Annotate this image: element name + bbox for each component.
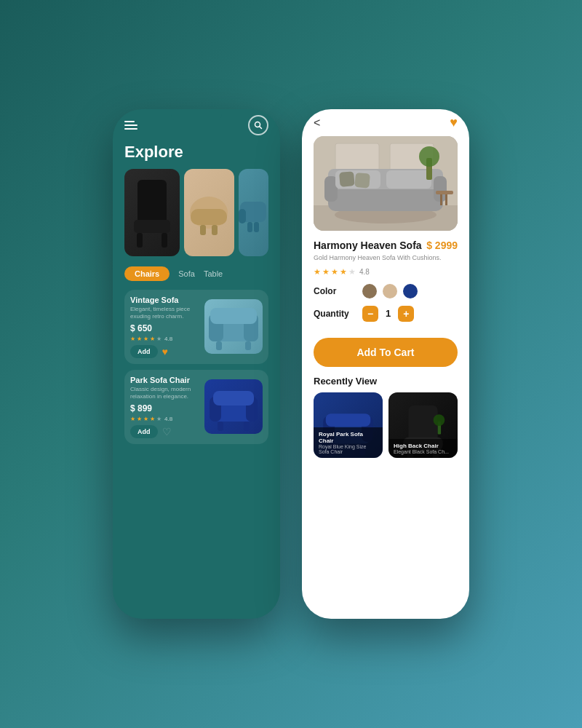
svg-point-55 — [434, 414, 445, 426]
product-item-park-sofa[interactable]: Park Sofa Chair Classic design, modern r… — [124, 370, 268, 444]
star-r3: ★ — [331, 267, 338, 277]
notch-bar-left — [113, 109, 280, 124]
product-title-row: Harmony Heaven Sofa $ 2999 — [314, 240, 458, 251]
phones-container: Explore — [113, 109, 469, 619]
svg-rect-11 — [239, 209, 246, 223]
color-brown[interactable] — [362, 284, 377, 298]
category-tabs: Chairs Sofa Table — [124, 266, 268, 281]
tab-sofa[interactable]: Sofa — [178, 269, 195, 278]
high-back-chair-name: High Back Chair — [394, 443, 453, 449]
svg-rect-43 — [445, 194, 447, 205]
tab-table[interactable]: Table — [204, 269, 223, 278]
product-info-park-sofa: Park Sofa Chair Classic design, modern r… — [130, 376, 199, 438]
svg-rect-37 — [339, 171, 355, 187]
product-hero-image — [314, 136, 458, 231]
color-beige[interactable] — [383, 284, 397, 298]
hero-image-blue-partial — [239, 169, 268, 256]
hero-image-dark-chair — [124, 169, 180, 256]
product-name-right: Harmony Heaven Sofa — [314, 240, 422, 251]
royal-chair-name: Royal Park Sofa Chair — [319, 431, 378, 444]
notch-left — [171, 109, 222, 122]
svg-rect-36 — [386, 170, 431, 189]
quantity-label: Quantity — [314, 309, 354, 319]
stars-park-sofa: ★ ★ ★ ★ ★ 4.8 — [130, 416, 199, 422]
svg-rect-3 — [134, 220, 170, 233]
sofa-room-image — [314, 136, 458, 231]
recently-view-row: Royal Park Sofa Chair Royal Blue King Si… — [314, 392, 458, 458]
left-phone: Explore — [113, 109, 280, 619]
dark-chair-shape — [124, 169, 180, 256]
explore-title: Explore — [124, 143, 268, 162]
quantity-minus-button[interactable]: − — [362, 306, 378, 322]
star-r2: ★ — [322, 267, 330, 277]
product-name-vintage-sofa: Vintage Sofa — [130, 296, 199, 304]
product-img-park-sofa — [204, 379, 263, 434]
add-to-cart-button[interactable]: Add To Cart — [314, 338, 458, 367]
star-p5-empty: ★ — [156, 416, 162, 422]
svg-rect-19 — [245, 341, 251, 350]
tab-chairs[interactable]: Chairs — [124, 266, 170, 281]
royal-chair-label: Royal Park Sofa Chair Royal Blue King Si… — [314, 427, 383, 458]
color-options — [362, 284, 418, 298]
blue-partial-shape — [239, 169, 268, 256]
star-r5-empty: ★ — [348, 267, 356, 277]
star-r4: ★ — [340, 267, 347, 277]
svg-rect-18 — [216, 341, 222, 350]
product-name-park-sofa: Park Sofa Chair — [130, 376, 199, 384]
rating-vintage-sofa: 4.8 — [164, 336, 172, 342]
hero-image-beige-chair — [184, 169, 234, 256]
right-phone-content: < ♥ — [302, 109, 469, 604]
color-option-row: Color — [314, 284, 458, 298]
product-description-right: Gold Harmony Heaven Sofa With Cushions. — [314, 253, 458, 263]
hero-images — [124, 169, 268, 256]
svg-rect-13 — [254, 222, 259, 232]
left-phone-content: Explore — [113, 109, 280, 604]
star-r1: ★ — [314, 267, 321, 277]
svg-rect-7 — [191, 209, 227, 225]
svg-rect-24 — [218, 422, 223, 431]
high-back-chair-label: High Back Chair Elegant Black Sofa Ch... — [388, 439, 458, 458]
color-navy[interactable] — [403, 284, 418, 298]
beige-chair-shape — [184, 169, 234, 256]
svg-rect-9 — [212, 225, 218, 235]
svg-rect-17 — [210, 308, 257, 324]
quantity-option-row: Quantity − 1 + — [314, 306, 458, 322]
product-desc-vintage-sofa: Elegant, timeless piece exuding retro ch… — [130, 306, 199, 321]
star-1: ★ — [130, 336, 135, 342]
star-p3: ★ — [143, 416, 148, 422]
heart-button-park-sofa[interactable]: ♡ — [162, 426, 172, 438]
svg-rect-12 — [247, 222, 252, 232]
svg-rect-4 — [137, 233, 143, 248]
notch-right — [360, 109, 411, 122]
svg-point-40 — [419, 146, 439, 167]
quantity-controls: − 1 + — [362, 306, 414, 322]
rating-park-sofa: 4.8 — [164, 416, 172, 422]
product-info-vintage-sofa: Vintage Sofa Elegant, timeless piece exu… — [130, 296, 199, 358]
svg-rect-42 — [440, 194, 442, 205]
star-4: ★ — [150, 336, 155, 342]
product-item-vintage-sofa[interactable]: Vintage Sofa Elegant, timeless piece exu… — [124, 290, 268, 364]
high-back-chair-sub: Elegant Black Sofa Ch... — [394, 449, 453, 454]
royal-chair-sub: Royal Blue King Size Sofa Chair — [319, 444, 378, 454]
recently-view-title: Recently View — [314, 376, 458, 387]
svg-rect-47 — [326, 414, 370, 427]
product-price-vintage-sofa: $ 650 — [130, 323, 199, 333]
stars-right: ★ ★ ★ ★ ★ 4.8 — [314, 267, 458, 277]
recent-item-royal-chair[interactable]: Royal Park Sofa Chair Royal Blue King Si… — [314, 392, 383, 458]
star-p2: ★ — [137, 416, 142, 422]
product-price-park-sofa: $ 899 — [130, 403, 199, 414]
add-button-vintage-sofa[interactable]: Add — [130, 345, 158, 358]
add-button-park-sofa[interactable]: Add — [130, 425, 158, 438]
recent-item-high-back-chair[interactable]: High Back Chair Elegant Black Sofa Ch... — [388, 392, 458, 458]
svg-rect-8 — [200, 225, 206, 235]
product-price-right: $ 2999 — [426, 240, 458, 251]
quantity-plus-button[interactable]: + — [398, 306, 414, 322]
svg-rect-41 — [436, 191, 453, 194]
quantity-value: 1 — [386, 308, 391, 319]
star-2: ★ — [137, 336, 142, 342]
star-p1: ★ — [130, 416, 135, 422]
heart-button-vintage-sofa[interactable]: ♥ — [162, 346, 168, 357]
product-desc-park-sofa: Classic design, modern relaxation in ele… — [130, 386, 199, 401]
svg-rect-38 — [354, 173, 370, 189]
star-3: ★ — [143, 336, 148, 342]
